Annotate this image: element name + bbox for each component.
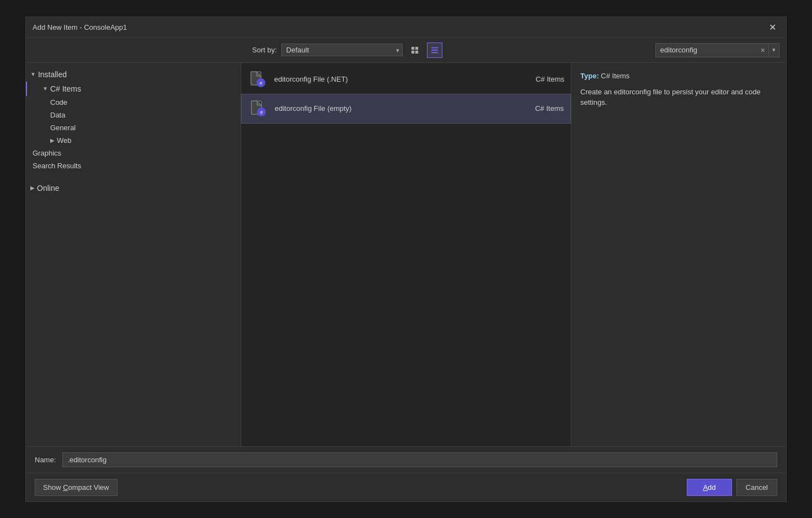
items-list: # editorconfig File (.NET) C# Items xyxy=(241,63,571,446)
main-content: ▼ Installed ▼ C# Items Code Data General… xyxy=(26,63,786,446)
sidebar-item-general[interactable]: General xyxy=(26,121,241,134)
sidebar: ▼ Installed ▼ C# Items Code Data General… xyxy=(26,63,241,446)
name-label: Name: xyxy=(35,456,56,464)
item-category-2: C# Items xyxy=(498,104,564,113)
sidebar-item-label: Data xyxy=(50,111,65,119)
name-bar: Name: xyxy=(26,446,786,473)
svg-text:#: # xyxy=(260,110,263,115)
chevron-down-icon-2: ▼ xyxy=(42,86,48,92)
center-panel: # editorconfig File (.NET) C# Items xyxy=(241,63,571,446)
title-bar: Add New Item - ConsoleApp1 ✕ xyxy=(26,17,786,38)
item-name-1: editorconfig File (.NET) xyxy=(274,75,492,83)
add-label: Add xyxy=(703,483,715,492)
dialog-title: Add New Item - ConsoleApp1 xyxy=(33,23,127,31)
editorconfig-net-icon: # xyxy=(249,71,266,88)
sidebar-item-web[interactable]: ▶ Web xyxy=(26,134,241,147)
footer-buttons: Add Cancel xyxy=(687,479,777,496)
graphics-label: Graphics xyxy=(33,149,61,157)
chevron-right-icon: ▶ xyxy=(50,137,55,143)
dialog: Add New Item - ConsoleApp1 ✕ Sort by: De… xyxy=(25,17,787,502)
footer: Show Compact View Add Cancel xyxy=(26,473,786,501)
sort-select-wrapper: Default Name Type xyxy=(281,44,403,56)
online-label: Online xyxy=(37,184,59,193)
compact-view-button[interactable]: Show Compact View xyxy=(35,479,117,496)
compact-view-label: Show Compact View xyxy=(43,483,109,492)
item-icon-2: # xyxy=(248,99,268,119)
svg-rect-2 xyxy=(412,50,414,53)
search-row: Sort by: Default Name Type xyxy=(26,38,786,63)
grid-view-button[interactable] xyxy=(407,42,423,58)
sidebar-item-search-results[interactable]: Search Results xyxy=(26,159,241,172)
chevron-down-icon: ▼ xyxy=(30,71,36,77)
list-view-button[interactable] xyxy=(427,42,442,58)
table-row[interactable]: # editorconfig File (empty) C# Items xyxy=(241,94,571,124)
csharp-items-label: C# Items xyxy=(50,84,81,93)
sidebar-item-code[interactable]: Code xyxy=(26,96,241,109)
item-name-2: editorconfig File (empty) xyxy=(275,104,491,113)
add-button[interactable]: Add xyxy=(687,479,731,496)
close-button[interactable]: ✕ xyxy=(766,21,779,34)
search-dropdown-button[interactable]: ▾ xyxy=(768,44,779,56)
sidebar-csharp-items[interactable]: ▼ C# Items xyxy=(26,82,241,96)
type-value: C# Items xyxy=(601,72,629,80)
grid-icon xyxy=(411,46,419,55)
sidebar-item-data[interactable]: Data xyxy=(26,109,241,121)
search-clear-button[interactable]: × xyxy=(757,44,768,57)
name-input[interactable] xyxy=(62,452,777,467)
type-label: Type: xyxy=(580,72,599,80)
installed-label: Installed xyxy=(38,70,67,79)
right-panel: Type: C# Items Create an editorconfig fi… xyxy=(571,63,786,446)
editorconfig-empty-icon: # xyxy=(249,100,267,118)
sidebar-item-label: General xyxy=(50,124,76,132)
item-icon-1: # xyxy=(248,70,268,89)
search-results-label: Search Results xyxy=(33,162,81,170)
svg-rect-1 xyxy=(415,46,418,49)
sidebar-item-label: Code xyxy=(50,98,67,106)
search-input[interactable] xyxy=(656,44,757,56)
cancel-button[interactable]: Cancel xyxy=(736,479,777,496)
description: Create an editorconfig file to persist y… xyxy=(580,87,777,108)
svg-rect-0 xyxy=(412,46,414,49)
sidebar-online[interactable]: ▶ Online xyxy=(26,181,241,195)
svg-rect-4 xyxy=(431,47,438,48)
sidebar-item-label: Web xyxy=(57,136,72,145)
svg-text:#: # xyxy=(259,81,262,86)
item-category-1: C# Items xyxy=(498,75,564,83)
table-row[interactable]: # editorconfig File (.NET) C# Items xyxy=(241,65,571,94)
sort-select[interactable]: Default Name Type xyxy=(281,44,403,56)
list-icon xyxy=(431,46,439,55)
chevron-right-icon-2: ▶ xyxy=(30,185,35,191)
sort-label: Sort by: xyxy=(252,46,277,54)
search-bar: × ▾ xyxy=(655,43,779,57)
sidebar-item-graphics[interactable]: Graphics xyxy=(26,147,241,159)
svg-rect-3 xyxy=(415,50,418,53)
svg-rect-5 xyxy=(431,50,438,51)
svg-rect-6 xyxy=(431,52,438,53)
sidebar-installed[interactable]: ▼ Installed xyxy=(26,67,241,82)
type-info: Type: C# Items xyxy=(580,72,777,80)
